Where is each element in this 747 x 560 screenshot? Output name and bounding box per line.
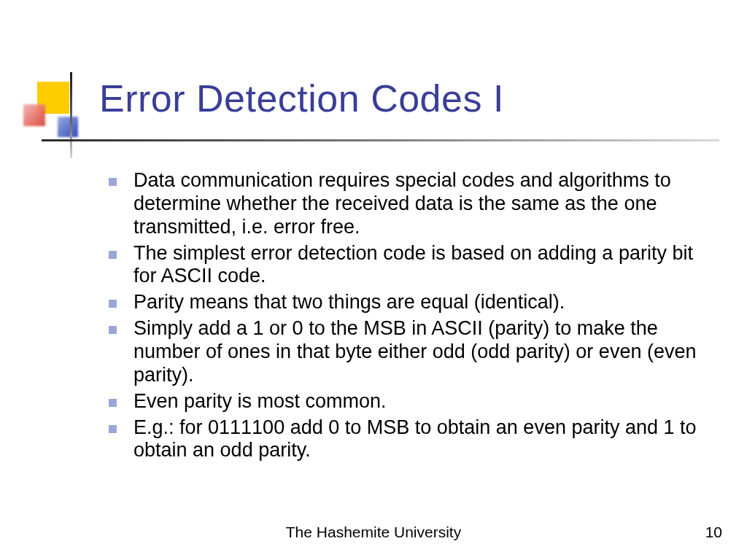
bullet-list: Data communication requires special code… [106,169,711,462]
footer-organization: The Hashemite University [0,524,747,541]
decor-rule-horizontal [42,139,719,141]
list-item: Simply add a 1 or 0 to the MSB in ASCII … [106,317,711,387]
list-item: Parity means that two things are equal (… [106,291,711,314]
decor-square-blue [58,117,78,137]
slide: Error Detection Codes I Data communicati… [0,0,747,560]
footer-page-number: 10 [705,524,722,541]
decor-rule-vertical [70,72,72,158]
slide-body: Data communication requires special code… [106,169,711,465]
decor-square-red [23,104,45,126]
list-item: Even parity is most common. [106,390,711,413]
list-item: Data communication requires special code… [106,169,711,239]
slide-title: Error Detection Codes I [99,77,504,120]
list-item: The simplest error detection code is bas… [106,242,711,289]
list-item: E.g.: for 0111100 add 0 to MSB to obtain… [106,416,711,463]
